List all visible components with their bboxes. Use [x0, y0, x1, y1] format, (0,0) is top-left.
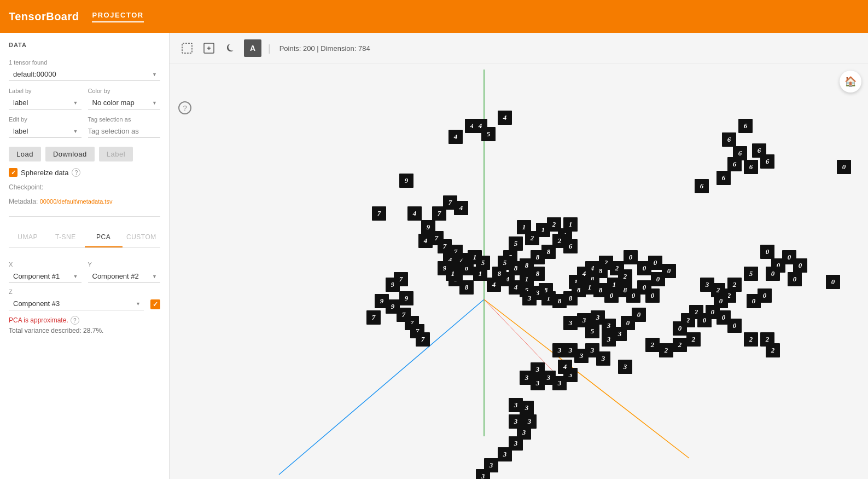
- digit-item[interactable]: 4: [498, 111, 512, 125]
- digit-item[interactable]: 6: [695, 179, 709, 193]
- digit-item[interactable]: 4: [487, 278, 501, 292]
- tensor-found-label: 1 tensor found: [9, 59, 160, 66]
- sphereize-checkbox[interactable]: [9, 168, 18, 177]
- digit-item[interactable]: 1: [446, 267, 460, 281]
- digit-item[interactable]: 3: [700, 278, 714, 292]
- digit-item[interactable]: 4: [454, 201, 468, 215]
- digit-item[interactable]: 8: [618, 283, 632, 297]
- digit-item[interactable]: 5: [585, 324, 599, 338]
- x-axis-select[interactable]: Component #1: [9, 270, 81, 283]
- digit-item[interactable]: 3: [498, 447, 512, 461]
- svg-line-5: [279, 299, 484, 475]
- toolbar-points-info: Points: 200 | Dimension: 784: [279, 44, 370, 53]
- label-by-group: Label by label: [9, 88, 81, 109]
- download-button[interactable]: Download: [45, 147, 95, 161]
- digit-item[interactable]: 4: [448, 130, 463, 144]
- pca-help-icon[interactable]: ?: [71, 316, 79, 325]
- digit-item[interactable]: 6: [563, 239, 578, 253]
- sidebar-divider: [9, 216, 160, 217]
- digit-item[interactable]: 7: [366, 310, 381, 325]
- label-button[interactable]: Label: [99, 147, 133, 161]
- tab-pca[interactable]: PCA: [85, 228, 123, 247]
- digit-item[interactable]: 0: [766, 267, 780, 281]
- digit-item[interactable]: 6: [716, 171, 731, 185]
- sphereize-help-icon[interactable]: ?: [72, 168, 80, 177]
- digit-item[interactable]: 2: [744, 332, 758, 347]
- digit-item[interactable]: 4: [407, 206, 422, 221]
- digit-item[interactable]: 5: [509, 236, 523, 251]
- digit-item[interactable]: 2: [673, 338, 687, 352]
- digit-item[interactable]: 0: [624, 250, 638, 264]
- digit-item[interactable]: 7: [372, 206, 386, 221]
- digit-item[interactable]: 0: [632, 308, 646, 322]
- digit-item[interactable]: 0: [714, 294, 728, 308]
- data-section-title: DATA: [9, 42, 160, 48]
- digit-item[interactable]: 0: [727, 319, 742, 333]
- digit-item[interactable]: 0: [837, 160, 851, 174]
- selection-tool-button[interactable]: [178, 39, 196, 57]
- digit-item[interactable]: 7: [394, 272, 408, 286]
- digit-item[interactable]: 0: [645, 288, 660, 303]
- night-tool-button[interactable]: [222, 39, 240, 57]
- digit-item[interactable]: 4: [558, 360, 572, 374]
- digit-item[interactable]: 2: [659, 343, 673, 357]
- label-by-select[interactable]: label: [9, 96, 81, 109]
- digit-item[interactable]: 0: [788, 272, 802, 286]
- load-button[interactable]: Load: [9, 147, 41, 161]
- digit-item[interactable]: 5: [498, 256, 512, 270]
- digit-item[interactable]: 0: [648, 256, 662, 270]
- z-checkbox[interactable]: ✓: [150, 299, 160, 309]
- toolbar: A | Points: 200 | Dimension: 784: [170, 33, 868, 64]
- digit-item[interactable]: 8: [459, 280, 474, 295]
- digit-item[interactable]: 9: [399, 174, 413, 188]
- digit-item[interactable]: 3: [563, 316, 578, 330]
- digit-item[interactable]: 1: [563, 217, 578, 232]
- visualization-area[interactable]: 🏠 ? 4 4 4 5 4: [170, 64, 868, 479]
- tensor-select[interactable]: default:00000: [9, 68, 160, 81]
- digit-item[interactable]: 6: [738, 119, 753, 133]
- edit-by-select[interactable]: label: [9, 125, 81, 138]
- zoom-tool-button[interactable]: [200, 39, 218, 57]
- checkpoint-key-label: Checkpoint:: [9, 183, 43, 191]
- y-axis-select[interactable]: Component #2: [88, 270, 161, 283]
- tab-custom[interactable]: CUSTOM: [123, 228, 160, 247]
- digit-item[interactable]: 3: [522, 291, 537, 305]
- digit-item[interactable]: 0: [673, 321, 687, 336]
- digit-item[interactable]: 0: [760, 245, 774, 259]
- digit-item[interactable]: 2: [645, 338, 660, 352]
- digit-item[interactable]: 6: [727, 157, 742, 171]
- digit-item[interactable]: 6: [744, 160, 758, 174]
- tag-selection-input[interactable]: [88, 125, 161, 138]
- metadata-link[interactable]: 00000/default\metadata.tsv: [40, 198, 113, 205]
- home-button[interactable]: 🏠: [840, 71, 861, 93]
- digit-item[interactable]: 0: [793, 258, 807, 273]
- digit-item[interactable]: 0: [758, 288, 772, 303]
- z-axis-select[interactable]: Component #3: [9, 297, 144, 310]
- nav-projector[interactable]: PROJECTOR: [92, 11, 143, 22]
- app-body: DATA 1 tensor found default:00000 Label …: [0, 33, 868, 479]
- digit-item[interactable]: 7: [416, 332, 430, 347]
- digit-item[interactable]: 6: [760, 154, 774, 169]
- digit-item[interactable]: 6: [722, 132, 736, 147]
- digit-item[interactable]: 4: [418, 234, 433, 248]
- digit-item[interactable]: 3: [531, 376, 545, 390]
- digit-item[interactable]: 9: [399, 291, 413, 305]
- digit-item[interactable]: 0: [826, 275, 840, 289]
- digit-item[interactable]: 0: [651, 272, 665, 286]
- digit-item[interactable]: 3: [476, 469, 490, 479]
- color-by-select[interactable]: No color map: [88, 96, 161, 109]
- digit-item[interactable]: 3: [520, 401, 534, 415]
- digit-item[interactable]: 2: [686, 332, 701, 347]
- help-button[interactable]: ?: [178, 101, 191, 114]
- z-checkbox-group: ✓: [150, 288, 160, 310]
- tab-umap[interactable]: UMAP: [9, 228, 46, 247]
- digit-item[interactable]: 3: [618, 360, 632, 374]
- digit-item[interactable]: 4: [473, 119, 487, 133]
- tab-tsne[interactable]: T-SNE: [46, 228, 84, 247]
- digit-item[interactable]: 8: [541, 245, 556, 259]
- digit-item[interactable]: 2: [760, 332, 774, 347]
- digit-item[interactable]: 5: [744, 267, 758, 281]
- text-tool-button[interactable]: A: [244, 39, 261, 57]
- y-axis-field: Y Component #2: [88, 261, 161, 283]
- digit-item[interactable]: 3: [596, 351, 610, 366]
